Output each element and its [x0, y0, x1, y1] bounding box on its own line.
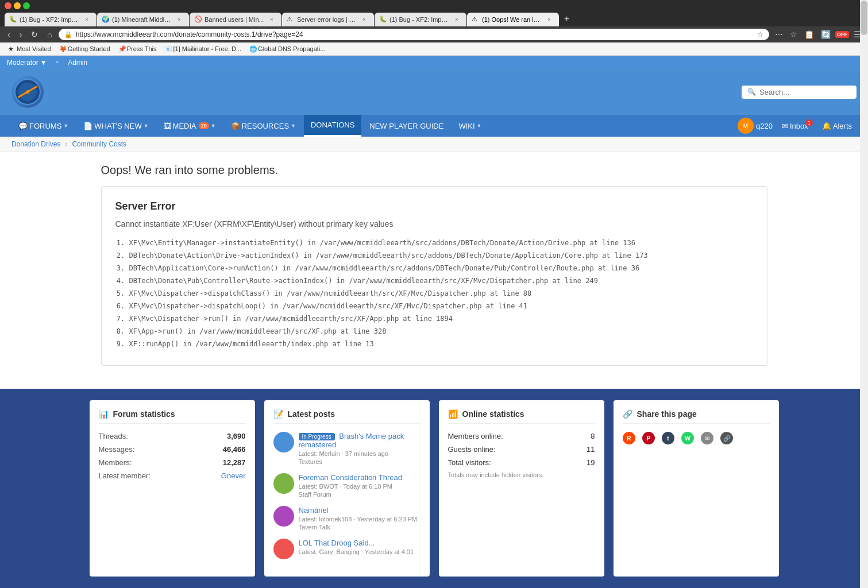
media-arrow: ▼: [211, 123, 216, 129]
members-value: 12,287: [223, 458, 246, 467]
members-online-value: 8: [591, 432, 595, 440]
extensions-icon[interactable]: ⋯: [773, 29, 785, 40]
bookmark-label-4: [1] Mailinator - Free. D...: [173, 45, 241, 52]
moderator-nav-item[interactable]: Moderator ▼: [7, 59, 47, 67]
alerts-button[interactable]: 🔔 Alerts: [817, 118, 857, 134]
tab-close-3[interactable]: ×: [268, 16, 276, 24]
nav-resources[interactable]: 📦 RESOURCES ▼: [224, 116, 303, 136]
scrollbar[interactable]: [860, 0, 868, 588]
bookmark-label-1: Most Visited: [17, 45, 51, 52]
tab-close-1[interactable]: ×: [83, 16, 91, 24]
share-icons: R P t W ✉ 🔗: [623, 432, 770, 447]
link-share-icon[interactable]: 🔗: [720, 432, 733, 447]
bookmark-mailinator[interactable]: 📧 [1] Mailinator - Free. D...: [161, 44, 245, 53]
post-header-4: LOL That Droog Said... Latest: Gary_Bang…: [273, 539, 421, 559]
browser-tab-4[interactable]: ⚠ Server error logs | Minecraft M... ×: [282, 13, 374, 26]
browser-minimize-button[interactable]: [14, 2, 21, 9]
url-bar[interactable]: 🔒 https://www.mcmiddleearth.com/donate/c…: [59, 29, 769, 40]
nav-donations[interactable]: DONATIONS: [304, 115, 361, 137]
new-tab-button[interactable]: +: [560, 11, 574, 26]
trace-item-4: DBTech\Donate\Pub\Controller\Route->acti…: [129, 276, 753, 286]
inbox-icon: ✉: [782, 122, 788, 130]
breadcrumb-community-costs[interactable]: Community Costs: [72, 140, 126, 148]
pinterest-share-icon[interactable]: P: [642, 432, 655, 447]
admin-nav-item[interactable]: Admin: [68, 59, 87, 67]
forward-button[interactable]: ›: [17, 29, 25, 40]
messages-label: Messages:: [99, 445, 135, 454]
bookmark-most-visited[interactable]: ★ Most Visited: [5, 44, 55, 53]
tab-favicon-5: 🐛: [379, 16, 387, 24]
browser-tab-6[interactable]: ⚠ (1) Oops! We ran into some pr... ×: [467, 13, 559, 26]
post-link-2[interactable]: Foreman Consideration Thread: [299, 473, 402, 482]
tab-close-5[interactable]: ×: [453, 16, 461, 24]
breadcrumb-separator: ›: [65, 140, 67, 148]
browser-tab-5[interactable]: 🐛 (1) Bug - XF2: Importer from A... ×: [375, 13, 466, 26]
site-logo[interactable]: [11, 76, 44, 108]
bookmark-star-icon[interactable]: ☆: [788, 29, 800, 40]
post-category-1[interactable]: Textures: [299, 458, 421, 465]
star-icon[interactable]: ☆: [757, 30, 763, 38]
refresh-button[interactable]: ↻: [28, 29, 41, 40]
bookmark-dns[interactable]: 🌐 Global DNS Propagati...: [246, 44, 329, 53]
reddit-share-icon[interactable]: R: [623, 432, 635, 447]
post-link-3[interactable]: Namáriel: [299, 506, 329, 514]
bookmark-press-this[interactable]: 📌 Press This: [115, 44, 160, 53]
post-info-1: In Progress Brash's Mcme pack remastered…: [299, 432, 421, 465]
back-button[interactable]: ‹: [5, 29, 13, 40]
tumblr-share-icon[interactable]: t: [662, 432, 674, 447]
nav-forums[interactable]: 💬 FORUMS ▼: [11, 116, 75, 136]
nav-new-player-guide[interactable]: NEW PLAYER GUIDE: [362, 116, 450, 136]
bell-icon: 🔔: [822, 122, 831, 130]
user-score: M q220: [738, 118, 773, 134]
resources-label: RESOURCES: [242, 122, 289, 130]
logo-svg: [14, 78, 41, 106]
posts-icon: 📝: [273, 409, 283, 419]
guests-online-value: 11: [587, 445, 595, 454]
browser-maximize-button[interactable]: [23, 2, 30, 9]
svg-text:W: W: [685, 435, 690, 442]
email-share-icon[interactable]: ✉: [701, 432, 713, 447]
breadcrumb-donation-drives[interactable]: Donation Drives: [11, 140, 60, 148]
top-nav-separator: •: [56, 58, 59, 67]
browser-close-button[interactable]: [5, 2, 11, 9]
whats-new-arrow: ▼: [144, 123, 149, 129]
tab-close-6[interactable]: ×: [545, 16, 553, 24]
post-category-3[interactable]: Tavern Talk: [299, 524, 421, 531]
media-label: MEDIA: [173, 122, 196, 130]
site-header: 🔍: [0, 69, 868, 115]
search-input[interactable]: [759, 88, 851, 96]
browser-tab-2[interactable]: 🌍 (1) Minecraft Middle Earth ×: [97, 13, 189, 26]
share-icon: 🔗: [623, 409, 632, 419]
post-link-4[interactable]: LOL That Droog Said...: [299, 539, 375, 547]
browser-tab-1[interactable]: 🐛 (1) Bug - XF2: Importer from A... ×: [5, 13, 97, 26]
home-button[interactable]: ⌂: [44, 29, 55, 40]
tab-close-2[interactable]: ×: [175, 16, 183, 24]
error-message: Cannot instantiate XF:User (XFRM\XF\Enti…: [115, 219, 753, 229]
scrollbar-thumb[interactable]: [861, 1, 867, 35]
tab-close-4[interactable]: ×: [360, 16, 368, 24]
sync-icon[interactable]: 🔄: [819, 29, 833, 40]
bookmark-label-2: Getting Started: [68, 45, 110, 52]
avatar[interactable]: M: [738, 118, 754, 134]
footer-grid: 📊 Forum statistics Threads: 3,690 Messag…: [90, 400, 779, 577]
trace-item-6: XF\Mvc\Dispatcher->dispatchLoop() in /va…: [129, 301, 753, 311]
post-item-3: Namáriel Latest: lolbroek108 · Yesterday…: [273, 506, 421, 531]
browser-tab-3[interactable]: 🚫 Banned users | Minecraft Midd... ×: [190, 13, 281, 26]
inbox-button[interactable]: ✉ Inbox 1: [777, 118, 813, 134]
post-info-3: Namáriel Latest: lolbroek108 · Yesterday…: [299, 506, 421, 531]
total-visitors-row: Total visitors: 19: [448, 458, 595, 467]
share-widget: 🔗 Share this page R P t W: [614, 400, 779, 577]
tab-title-3: Banned users | Minecraft Midd...: [205, 16, 265, 23]
reader-icon[interactable]: 📋: [802, 29, 816, 40]
nav-media[interactable]: 🖼 MEDIA 20 ▼: [157, 116, 223, 136]
whatsapp-share-icon[interactable]: W: [681, 432, 694, 447]
nav-wiki[interactable]: WIKI ▼: [452, 116, 488, 136]
site-footer: 📊 Forum statistics Threads: 3,690 Messag…: [0, 389, 868, 588]
post-category-2[interactable]: Staff Forum: [299, 491, 421, 498]
nav-whats-new[interactable]: 📄 WHAT'S NEW ▼: [76, 116, 155, 136]
user-score-value: q220: [756, 122, 773, 130]
svg-text:M: M: [743, 123, 748, 129]
bookmark-getting-started[interactable]: 🦊 Getting Started: [56, 44, 114, 53]
post-meta-3: Latest: lolbroek108 · Yesterday at 6:23 …: [299, 516, 421, 523]
latest-member-link[interactable]: Gnever: [221, 471, 246, 480]
